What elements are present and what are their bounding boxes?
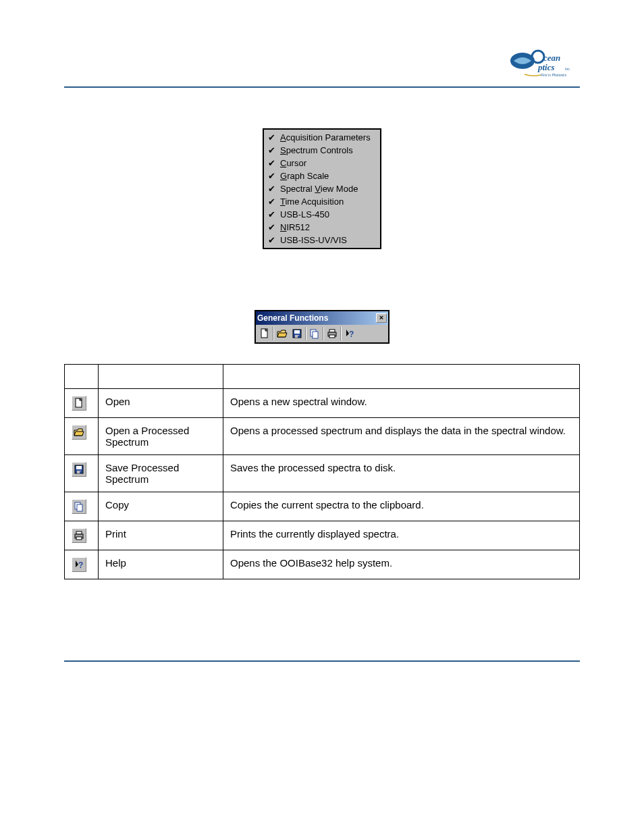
save-icon[interactable] (290, 326, 304, 341)
checkmark-icon: ✔ (268, 132, 276, 142)
separator (323, 327, 324, 340)
logo-ocean-optics: cean ptics Inc. First in Photonics (506, 47, 580, 81)
table-row: Open Opens a new spectral window. (65, 389, 580, 418)
svg-rect-13 (329, 330, 335, 332)
toolbar-title-text: General Functions (257, 313, 376, 323)
general-functions-toolbar: General Functions × ? (254, 310, 390, 344)
checkmark-icon: ✔ (268, 145, 276, 155)
checkmark-icon: ✔ (268, 184, 276, 194)
func-name: Copy (99, 492, 223, 521)
svg-rect-26 (76, 537, 82, 540)
menu-item-usb-iss-uv-vis[interactable]: ✔ USB-ISS-UV/VIS (264, 234, 380, 246)
table-row: Save Processed Spectrum Saves the proces… (65, 455, 580, 492)
func-desc: Opens a processed spectrum and displays … (223, 418, 580, 455)
menu-item-usb-ls-450[interactable]: ✔ USB-LS-450 (264, 208, 380, 221)
table-row: Open a Processed Spectrum Opens a proces… (65, 418, 580, 455)
checkmark-icon: ✔ (268, 222, 276, 232)
svg-text:cean: cean (543, 53, 560, 63)
svg-rect-12 (313, 332, 318, 338)
func-desc: Copies the current spectra to the clipbo… (223, 492, 580, 521)
menu-item-graph-scale[interactable]: ✔ Graph Scale (264, 170, 380, 182)
func-desc: Opens a new spectral window. (223, 389, 580, 418)
table-row: Print Prints the currently displayed spe… (65, 521, 580, 550)
menu-label: USB-LS-450 (280, 209, 329, 219)
checkmark-icon: ✔ (268, 209, 276, 219)
svg-rect-19 (76, 466, 82, 469)
menu-label: S (280, 145, 286, 155)
separator (305, 327, 306, 340)
print-icon[interactable] (325, 326, 340, 341)
menu-label: Spectral View Mode (280, 184, 358, 194)
func-name: Open (99, 389, 223, 418)
menu-item-spectral-view-mode[interactable]: ✔ Spectral View Mode (264, 182, 380, 195)
menu-label: C (280, 158, 286, 168)
svg-rect-24 (76, 531, 82, 534)
svg-rect-8 (294, 330, 300, 334)
menu-label: USB-ISS-UV/VIS (280, 235, 347, 245)
menu-label: A (280, 132, 286, 142)
menu-item-spectrum-controls[interactable]: ✔ Spectrum Controls (264, 144, 380, 157)
copy-icon[interactable] (307, 326, 322, 341)
copy-icon (72, 499, 86, 514)
table-row: ? Help Opens the OOIBase32 help system. (65, 550, 580, 579)
header: cean ptics Inc. First in Photonics (64, 47, 580, 88)
func-name: Help (99, 550, 223, 579)
separator (273, 327, 274, 340)
help-icon[interactable]: ? (342, 326, 357, 341)
svg-rect-15 (329, 335, 335, 338)
open-icon[interactable] (275, 326, 290, 341)
func-desc: Saves the processed spectra to disk. (223, 455, 580, 492)
svg-text:First in Photonics: First in Photonics (541, 73, 567, 77)
col-header-desc (223, 365, 580, 389)
menu-item-nir512[interactable]: ✔ NIR512 (264, 221, 380, 234)
col-header-icon (65, 365, 99, 389)
new-icon[interactable] (257, 326, 272, 341)
help-icon: ? (72, 557, 86, 572)
func-desc: Opens the OOIBase32 help system. (223, 550, 580, 579)
menu-item-acquisition-parameters[interactable]: ✔ Acquisition Parameters (264, 131, 380, 144)
print-icon (72, 528, 86, 543)
checkmark-icon: ✔ (268, 171, 276, 181)
close-icon[interactable]: × (376, 313, 387, 323)
new-icon (72, 396, 86, 411)
menu-item-cursor[interactable]: ✔ Cursor (264, 157, 380, 170)
svg-point-1 (532, 51, 544, 63)
footer-rule (64, 660, 580, 681)
svg-rect-10 (298, 336, 299, 338)
svg-text:Inc.: Inc. (565, 67, 570, 71)
checkmark-icon: ✔ (268, 158, 276, 168)
table-row: Copy Copies the current spectra to the c… (65, 492, 580, 521)
svg-text:ptics: ptics (537, 62, 555, 72)
svg-text:?: ? (349, 330, 354, 339)
svg-rect-21 (80, 471, 81, 473)
save-icon (72, 462, 86, 477)
toolbar-titlebar: General Functions × (256, 311, 388, 325)
open-icon (72, 425, 86, 440)
menu-label: N (280, 222, 286, 232)
func-desc: Prints the currently displayed spectra. (223, 521, 580, 550)
table-header-row (65, 365, 580, 389)
svg-text:?: ? (78, 561, 83, 570)
func-name: Open a Processed Spectrum (99, 418, 223, 455)
menu-label: G (280, 171, 287, 181)
separator (340, 327, 342, 340)
func-name: Save Processed Spectrum (99, 455, 223, 492)
checkmark-icon: ✔ (268, 235, 276, 245)
menu-item-time-acquisition[interactable]: ✔ Time Acquisition (264, 195, 380, 208)
col-header-name (99, 365, 223, 389)
checkmark-icon: ✔ (268, 197, 276, 207)
general-functions-table: Open Opens a new spectral window. Open a… (64, 364, 580, 579)
func-name: Print (99, 521, 223, 550)
toolbars-menu: ✔ Acquisition Parameters ✔ Spectrum Cont… (263, 128, 381, 249)
svg-rect-23 (77, 504, 82, 511)
